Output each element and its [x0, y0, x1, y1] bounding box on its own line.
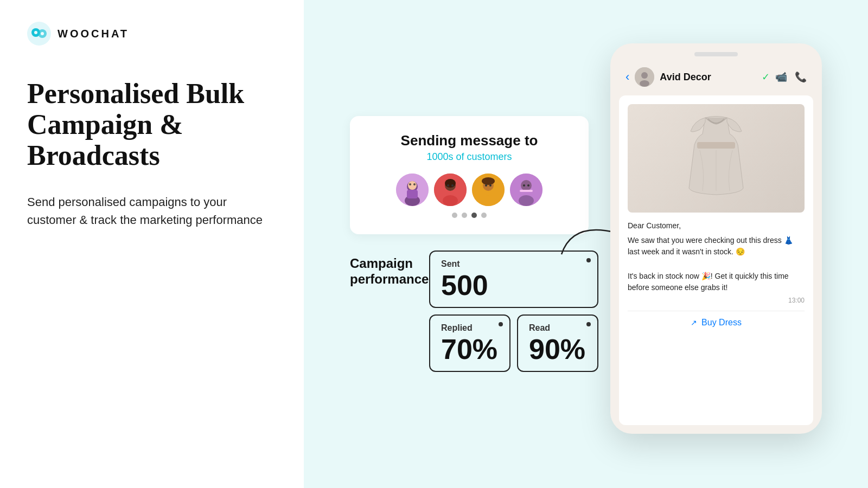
chat-name: Avid Decor — [660, 72, 756, 83]
svg-point-26 — [519, 195, 534, 206]
dots-row — [372, 213, 567, 218]
sending-title: Sending message to — [372, 132, 567, 149]
phone-call-icon[interactable]: 📞 — [795, 71, 807, 83]
center-content: Sending message to 1000s of customers — [350, 116, 589, 372]
svg-point-20 — [482, 177, 495, 185]
svg-rect-34 — [697, 142, 735, 149]
chat-avatar — [635, 67, 654, 87]
phone-mockup: ‹ Avid Decor ✓ 📹 📞 — [610, 43, 822, 434]
stat-dot-sent — [586, 258, 591, 262]
stats-grid: Sent 500 Replied 70% Read 90% — [429, 251, 598, 372]
svg-point-10 — [409, 183, 411, 185]
woochat-logo-icon — [27, 22, 51, 46]
logo-area: WOOCHAT — [27, 22, 277, 46]
dress-image — [628, 104, 805, 213]
avatar-3 — [472, 174, 505, 206]
stat-dot-read — [586, 322, 591, 326]
stat-read: Read 90% — [517, 314, 598, 372]
phone-speaker — [694, 52, 738, 56]
avatar-1 — [396, 174, 429, 206]
header-icons: 📹 📞 — [775, 71, 807, 83]
buy-dress-button[interactable]: ↗ Buy Dress — [628, 311, 805, 328]
svg-point-14 — [445, 179, 456, 188]
stat-value-sent: 500 — [441, 271, 586, 299]
sending-subtitle: 1000s of customers — [372, 151, 567, 163]
svg-point-32 — [641, 72, 648, 79]
svg-point-27 — [523, 184, 525, 187]
message-time: 13:00 — [628, 297, 805, 304]
svg-point-4 — [41, 32, 44, 35]
stat-value-read: 90% — [529, 335, 586, 363]
chat-header: ‹ Avid Decor ✓ 📹 📞 — [619, 63, 813, 91]
stat-value-replied: 70% — [441, 335, 499, 363]
svg-point-33 — [640, 80, 649, 87]
svg-point-25 — [521, 180, 532, 191]
message-greeting: Dear Customer, — [628, 220, 805, 232]
video-call-icon[interactable]: 📹 — [775, 71, 787, 83]
svg-point-22 — [485, 184, 487, 187]
stat-label-sent: Sent — [441, 259, 586, 269]
svg-point-8 — [408, 181, 417, 190]
stat-label-read: Read — [529, 323, 586, 333]
svg-rect-29 — [520, 190, 533, 192]
svg-point-23 — [489, 184, 492, 187]
message-body1: We saw that you were checking out this d… — [628, 235, 805, 258]
svg-point-11 — [413, 183, 416, 185]
back-arrow-icon[interactable]: ‹ — [626, 70, 629, 84]
chat-body: Dear Customer, We saw that you were chec… — [619, 95, 813, 425]
verified-icon: ✓ — [762, 71, 770, 83]
logo-text: WOOCHAT — [58, 28, 129, 40]
buy-button-label: Buy Dress — [701, 318, 742, 328]
avatars-row — [372, 174, 567, 206]
main-heading: Personalised Bulk Campaign & Broadcasts — [27, 78, 277, 171]
stat-replied: Replied 70% — [429, 314, 510, 372]
stat-sent: Sent 500 — [429, 251, 598, 308]
svg-point-28 — [527, 184, 529, 187]
right-panel: Sending message to 1000s of customers — [304, 0, 868, 488]
message-body2: It's back in stock now 🎉! Get it quickly… — [628, 271, 805, 293]
svg-rect-9 — [407, 190, 418, 198]
svg-point-16 — [447, 184, 449, 187]
svg-point-17 — [451, 184, 454, 187]
svg-point-15 — [443, 195, 458, 206]
svg-point-3 — [34, 31, 37, 34]
stat-dot-replied — [499, 322, 503, 326]
dot-1 — [452, 213, 457, 218]
avatar-2 — [434, 174, 467, 206]
dot-4 — [481, 213, 487, 218]
svg-point-21 — [481, 195, 496, 206]
sub-text: Send personalised campaigns to your cust… — [27, 193, 277, 229]
dot-3 — [471, 213, 477, 218]
campaign-area: Campaign performance Sent 500 Replied 70… — [350, 251, 589, 372]
external-link-icon: ↗ — [691, 318, 697, 327]
left-panel: WOOCHAT Personalised Bulk Campaign & Bro… — [0, 0, 304, 488]
dot-2 — [462, 213, 467, 218]
campaign-label: Campaign performance — [350, 251, 420, 287]
stat-label-replied: Replied — [441, 323, 499, 333]
avatar-4 — [510, 174, 542, 206]
sending-box: Sending message to 1000s of customers — [350, 116, 589, 234]
